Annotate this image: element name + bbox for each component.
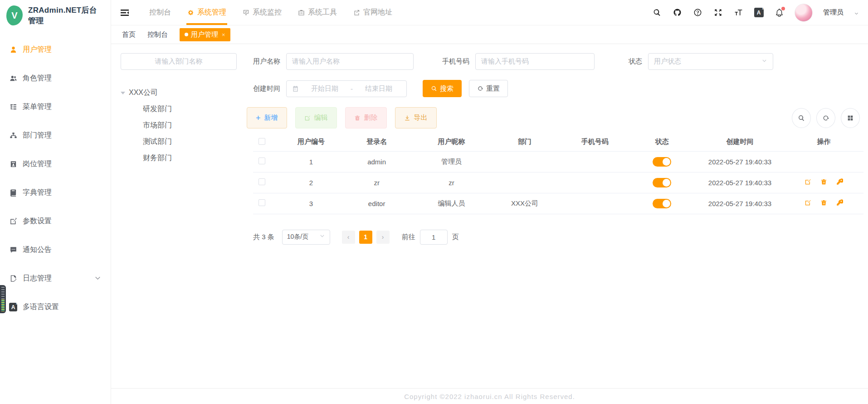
row-reset-password-icon[interactable] xyxy=(836,178,843,185)
table-refresh-icon[interactable] xyxy=(816,108,835,128)
nav-item-system-management[interactable]: 系统管理 xyxy=(179,0,234,25)
sidebar-item-dict-management[interactable]: 字典管理 xyxy=(0,178,111,207)
table-row: 3 editor 编辑人员 XXX公司 2022-05-27 19:40:33 xyxy=(253,193,863,214)
delete-button[interactable]: 删除 xyxy=(345,107,387,128)
end-date-placeholder[interactable]: 结束日期 xyxy=(356,84,401,93)
current-page-button[interactable]: 1 xyxy=(359,231,372,244)
row-checkbox[interactable] xyxy=(258,158,265,164)
panel-level-stripes xyxy=(1,300,5,311)
top-menu: 控制台 系统管理 系统监控 系统工具 官网地址 xyxy=(141,0,400,25)
tab-home[interactable]: 首页 xyxy=(122,30,136,39)
sidebar-item-menu-management[interactable]: 菜单管理 xyxy=(0,93,111,121)
row-checkbox[interactable] xyxy=(258,178,265,185)
font-size-icon[interactable] xyxy=(733,8,743,18)
monitor-icon xyxy=(243,9,249,16)
row-delete-icon[interactable] xyxy=(820,199,827,206)
phone-input[interactable]: 请输入手机号码 xyxy=(475,53,595,70)
user-menu-chevron-icon[interactable] xyxy=(854,10,859,15)
username-input[interactable]: 请输入用户名称 xyxy=(286,53,414,70)
phone-placeholder: 请输入手机号码 xyxy=(481,57,529,66)
table-columns-icon[interactable] xyxy=(841,108,860,128)
goto-page-input[interactable]: 1 xyxy=(420,230,448,245)
row-edit-icon[interactable] xyxy=(805,199,811,206)
tree-node-marketing[interactable]: 市场部门 xyxy=(121,114,237,130)
col-user-id: 用户编号 xyxy=(283,133,338,151)
sidebar-item-log-management[interactable]: 日志管理 xyxy=(0,264,111,293)
next-page-button[interactable]: › xyxy=(376,231,390,244)
sidebar-item-role-management[interactable]: 角色管理 xyxy=(0,64,111,93)
plus-icon: + xyxy=(256,114,261,122)
tree-node-rd[interactable]: 研发部门 xyxy=(121,98,237,114)
close-icon[interactable]: × xyxy=(222,31,225,38)
sidebar-item-param-settings[interactable]: 参数设置 xyxy=(0,207,111,236)
sidebar-item-dept-management[interactable]: 部门管理 xyxy=(0,121,111,150)
search-button[interactable]: 搜索 xyxy=(423,80,462,97)
status-toggle[interactable] xyxy=(653,178,671,187)
export-button[interactable]: 导出 xyxy=(395,107,437,128)
filter-row-2: 创建时间 开始日期 - 结束日期 搜索 重置 xyxy=(253,80,863,97)
refresh-icon xyxy=(477,85,483,92)
tree-caret-icon[interactable] xyxy=(121,92,125,94)
table-search-toggle-icon[interactable] xyxy=(792,108,811,128)
sidebar-menu: 用户管理 角色管理 菜单管理 部门管理 岗位管理 字典管理 xyxy=(0,31,111,321)
sidebar-item-language-settings[interactable]: Ax 多语言设置 xyxy=(0,293,111,321)
col-login: 登录名 xyxy=(339,133,415,151)
status-toggle[interactable] xyxy=(653,199,671,208)
reset-button[interactable]: 重置 xyxy=(469,80,508,97)
row-checkbox[interactable] xyxy=(258,199,265,206)
sidebar-item-post-management[interactable]: 岗位管理 xyxy=(0,150,111,178)
prev-page-button[interactable]: ‹ xyxy=(342,231,355,244)
select-all-checkbox[interactable] xyxy=(258,138,265,145)
row-reset-password-icon[interactable] xyxy=(836,199,843,206)
tree-node-label: XXX公司 xyxy=(129,88,158,98)
cell-user-id: 1 xyxy=(283,151,338,172)
row-delete-icon[interactable] xyxy=(820,178,827,185)
cell-user-id: 3 xyxy=(283,193,338,214)
tree-node-finance[interactable]: 财务部门 xyxy=(121,147,237,163)
nav-item-system-monitor[interactable]: 系统监控 xyxy=(234,0,290,25)
avatar[interactable] xyxy=(795,4,813,22)
nav-item-console[interactable]: 控制台 xyxy=(141,0,179,25)
fullscreen-icon[interactable] xyxy=(713,8,723,18)
page-size-select[interactable]: 10条/页 xyxy=(282,230,330,245)
tree-node-company[interactable]: XXX公司 xyxy=(121,88,237,98)
total-count: 共 3 条 xyxy=(253,233,274,241)
trash-icon xyxy=(354,115,361,121)
edit-button[interactable]: 编辑 xyxy=(295,107,337,128)
work-area: 用户名称 请输入用户名称 手机号码 请输入手机号码 状态 用户状态 xyxy=(253,53,863,404)
page-unit-label: 页 xyxy=(452,233,459,241)
cell-user-id: 2 xyxy=(283,172,338,193)
translate-icon[interactable]: Ax xyxy=(754,8,764,18)
status-toggle[interactable] xyxy=(653,157,671,167)
github-icon[interactable] xyxy=(672,8,682,18)
add-button[interactable]: + 新增 xyxy=(247,107,287,128)
nav-label: 控制台 xyxy=(149,8,171,17)
nav-item-system-tools[interactable]: 系统工具 xyxy=(290,0,345,25)
tree-node-testing[interactable]: 测试部门 xyxy=(121,130,237,147)
tab-console[interactable]: 控制台 xyxy=(147,30,168,39)
sidebar-collapse-icon[interactable] xyxy=(119,7,130,18)
book-icon xyxy=(9,189,17,197)
footer: Copyright ©2022 izhaorui.cn All Rights R… xyxy=(111,388,868,404)
export-button-label: 导出 xyxy=(414,113,428,122)
cell-created: 2022-05-27 19:40:33 xyxy=(696,172,784,193)
dept-search-input[interactable]: 请输入部门名称 xyxy=(121,53,237,70)
date-range-picker[interactable]: 开始日期 - 结束日期 xyxy=(286,80,407,97)
goto-label: 前往 xyxy=(402,233,415,241)
app-root: V ZRAdmin.NET后台管理 用户管理 角色管理 菜单管理 部门管理 xyxy=(0,0,868,404)
status-label: 状态 xyxy=(629,57,642,66)
floating-panel-handle[interactable] xyxy=(0,285,6,313)
row-edit-icon[interactable] xyxy=(805,178,811,185)
filter-row-1: 用户名称 请输入用户名称 手机号码 请输入手机号码 状态 用户状态 xyxy=(253,53,863,70)
table-row: 2 zr zr 2022-05-27 19:40:33 xyxy=(253,172,863,193)
status-select[interactable]: 用户状态 xyxy=(648,53,773,70)
help-icon[interactable] xyxy=(692,8,702,18)
nav-item-official-site[interactable]: 官网地址 xyxy=(345,0,400,25)
sidebar-item-user-management[interactable]: 用户管理 xyxy=(0,35,111,64)
search-icon[interactable] xyxy=(652,8,662,18)
tab-user-management[interactable]: 用户管理 × xyxy=(180,28,230,41)
start-date-placeholder[interactable]: 开始日期 xyxy=(302,84,347,93)
log-icon xyxy=(9,275,17,283)
sidebar-item-notice[interactable]: 通知公告 xyxy=(0,236,111,264)
bell-icon[interactable] xyxy=(774,8,784,18)
